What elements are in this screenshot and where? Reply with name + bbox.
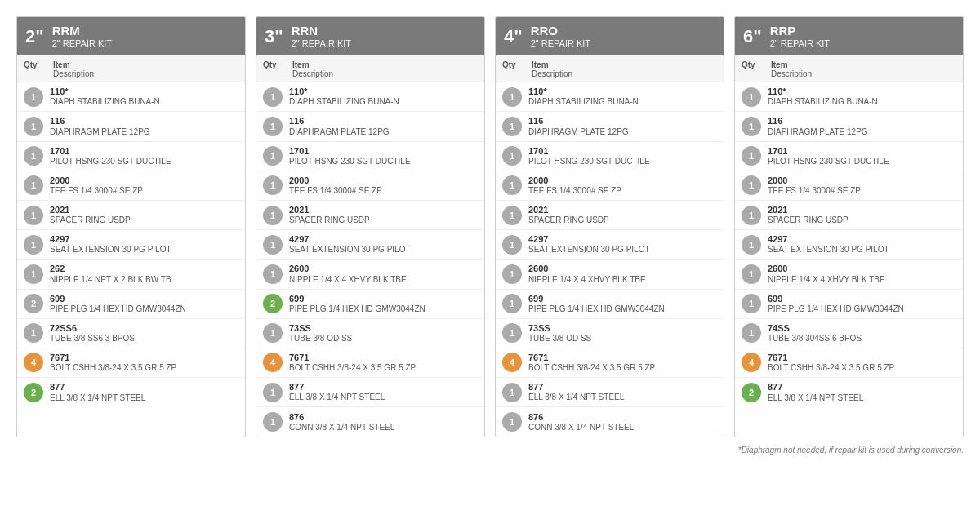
- item-desc: SEAT EXTENSION 30 PG PILOT: [289, 245, 411, 255]
- item-number: 262: [50, 264, 172, 274]
- qty-badge: 4: [263, 353, 283, 372]
- item-number: 1701: [768, 146, 889, 157]
- item-number: 699: [50, 294, 186, 304]
- col-qty-label-1: Qty: [263, 60, 292, 69]
- kit-header-3: 6"RRP2" REPAIR KIT: [735, 17, 963, 55]
- item-info: 699PIPE PLG 1/4 HEX HD GMW3044ZN: [50, 294, 186, 314]
- qty-badge: 1: [263, 235, 283, 255]
- kit-card-2: 4"RRO2" REPAIR KITQtyItemDescription1110…: [495, 16, 724, 437]
- kit-item-row: 2699PIPE PLG 1/4 HEX HD GMW3044ZN: [17, 290, 245, 319]
- qty-badge: 1: [502, 175, 522, 195]
- kit-item-row: 12021SPACER RING USDP: [17, 201, 245, 230]
- item-number: 110*: [768, 87, 878, 97]
- kit-item-row: 12021SPACER RING USDP: [735, 201, 963, 230]
- item-number: 2000: [768, 175, 861, 186]
- kit-item-row: 172SS6TUBE 3/8 SS6 3 BPOS: [17, 319, 245, 348]
- item-info: 2000TEE FS 1/4 3000# SE ZP: [528, 175, 621, 196]
- qty-badge: 1: [24, 117, 43, 136]
- qty-badge: 1: [502, 383, 522, 402]
- col-item-label-2: ItemDescription: [532, 60, 572, 78]
- item-desc: DIAPH STABILIZING BUNA-N: [50, 97, 160, 107]
- item-info: 7671BOLT CSHH 3/8-24 X 3.5 GR 5 ZP: [289, 353, 416, 373]
- item-desc: SPACER RING USDP: [528, 215, 609, 225]
- item-number: 2021: [50, 205, 131, 215]
- kit-item-row: 1110*DIAPH STABILIZING BUNA-N: [496, 82, 724, 112]
- kit-body-3: 1110*DIAPH STABILIZING BUNA-N1116DIAPHRA…: [735, 82, 963, 407]
- qty-badge: 1: [263, 323, 283, 343]
- qty-badge: 1: [263, 146, 283, 166]
- kit-card-1: 3"RRN2" REPAIR KITQtyItemDescription1110…: [256, 16, 485, 437]
- kit-code-2: RRO: [531, 24, 590, 38]
- qty-badge: 1: [263, 117, 283, 136]
- item-info: 2021SPACER RING USDP: [768, 205, 849, 225]
- qty-badge: 1: [263, 206, 283, 225]
- item-info: 116DIAPHRAGM PLATE 12PG: [768, 116, 868, 136]
- kit-item-row: 1110*DIAPH STABILIZING BUNA-N: [17, 82, 245, 112]
- footnote: *Diaphragm not needed, if repair kit is …: [16, 446, 964, 455]
- kit-body-0: 1110*DIAPH STABILIZING BUNA-N1116DIAPHRA…: [17, 82, 245, 407]
- col-qty-label-0: Qty: [24, 60, 53, 69]
- item-info: 262NIPPLE 1/4 NPT X 2 BLK BW TB: [50, 264, 172, 284]
- qty-badge: 2: [263, 294, 283, 313]
- item-info: 2021SPACER RING USDP: [528, 205, 609, 225]
- item-info: 116DIAPHRAGM PLATE 12PG: [289, 116, 390, 136]
- kit-item-row: 12021SPACER RING USDP: [496, 201, 724, 230]
- item-desc: SEAT EXTENSION 30 PG PILOT: [768, 245, 889, 255]
- kit-item-row: 11701PILOT HSNG 230 SGT DUCTILE: [735, 142, 963, 171]
- item-number: 1701: [50, 146, 172, 157]
- qty-badge: 1: [263, 264, 283, 284]
- kit-item-row: 2699PIPE PLG 1/4 HEX HD GMW3044ZN: [256, 290, 484, 319]
- item-number: 877: [50, 382, 145, 393]
- qty-badge: 1: [24, 175, 43, 195]
- item-number: 2021: [289, 205, 370, 215]
- item-desc: DIAPH STABILIZING BUNA-N: [768, 97, 878, 107]
- qty-badge: 1: [24, 87, 43, 107]
- kit-body-2: 1110*DIAPH STABILIZING BUNA-N1116DIAPHRA…: [496, 82, 724, 437]
- item-info: 74SSTUBE 3/8 304SS 6 BPOS: [768, 323, 862, 344]
- qty-badge: 1: [502, 87, 522, 107]
- item-desc: NIPPLE 1/4 X 4 XHVY BLK TBE: [768, 275, 885, 285]
- item-number: 699: [289, 294, 425, 304]
- kit-item-row: 2877ELL 3/8 X 1/4 NPT STEEL: [17, 378, 245, 407]
- col-qty-label-2: Qty: [502, 60, 532, 69]
- qty-badge: 1: [502, 206, 522, 225]
- item-info: 1701PILOT HSNG 230 SGT DUCTILE: [50, 146, 172, 166]
- item-desc: PILOT HSNG 230 SGT DUCTILE: [528, 157, 650, 166]
- kit-size-0: 2": [25, 28, 44, 46]
- item-desc: SEAT EXTENSION 30 PG PILOT: [50, 245, 172, 255]
- item-desc: ELL 3/8 X 1/4 NPT STEEL: [768, 393, 863, 403]
- item-info: 73SSTUBE 3/8 OD SS: [289, 323, 352, 344]
- item-info: 116DIAPHRAGM PLATE 12PG: [50, 116, 150, 136]
- item-info: 1701PILOT HSNG 230 SGT DUCTILE: [289, 146, 411, 166]
- qty-badge: 1: [24, 264, 43, 284]
- item-info: 2000TEE FS 1/4 3000# SE ZP: [50, 175, 143, 196]
- qty-badge: 1: [742, 175, 761, 195]
- item-desc: PIPE PLG 1/4 HEX HD GMW3044ZN: [528, 304, 665, 314]
- kit-title-block-2: RRO2" REPAIR KIT: [531, 24, 590, 49]
- item-number: 4297: [528, 234, 650, 245]
- kit-item-row: 47671BOLT CSHH 3/8-24 X 3.5 GR 5 ZP: [496, 348, 724, 378]
- col-header-0: QtyItemDescription: [17, 55, 245, 82]
- kit-code-3: RRP: [770, 24, 830, 38]
- item-info: 1701PILOT HSNG 230 SGT DUCTILE: [528, 146, 650, 166]
- qty-badge: 1: [502, 264, 522, 284]
- item-desc: TEE FS 1/4 3000# SE ZP: [768, 186, 861, 196]
- item-number: 876: [289, 412, 394, 423]
- kit-item-row: 12600NIPPLE 1/4 X 4 XHVY BLK TBE: [256, 260, 484, 289]
- kit-item-row: 173SSTUBE 3/8 OD SS: [256, 319, 484, 348]
- item-desc: SPACER RING USDP: [289, 215, 370, 225]
- kit-item-row: 1699PIPE PLG 1/4 HEX HD GMW3044ZN: [496, 290, 724, 319]
- item-desc: BOLT CSHH 3/8-24 X 3.5 GR 5 ZP: [768, 363, 894, 373]
- item-desc: DIAPHRAGM PLATE 12PG: [50, 127, 150, 137]
- item-info: 116DIAPHRAGM PLATE 12PG: [528, 116, 629, 136]
- kit-header-0: 2"RRM2" REPAIR KIT: [17, 17, 245, 55]
- item-number: 110*: [50, 87, 160, 97]
- item-info: 2021SPACER RING USDP: [50, 205, 131, 225]
- qty-badge: 1: [502, 412, 522, 432]
- qty-badge: 1: [742, 206, 761, 225]
- item-desc: BOLT CSHH 3/8-24 X 3.5 GR 5 ZP: [528, 363, 655, 373]
- item-number: 877: [289, 382, 385, 393]
- item-number: 2021: [768, 205, 849, 215]
- kit-header-2: 4"RRO2" REPAIR KIT: [496, 17, 724, 55]
- kit-subtitle-1: 2" REPAIR KIT: [292, 38, 351, 49]
